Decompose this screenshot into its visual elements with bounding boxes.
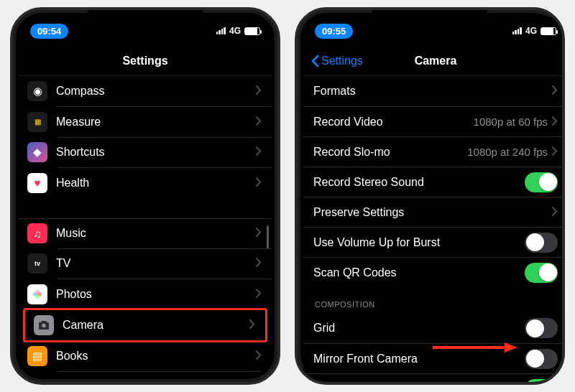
camera-settings-list[interactable]: Formats Record Video 1080p at 60 fps Rec…	[303, 76, 565, 385]
row-grid[interactable]: Grid	[303, 313, 565, 343]
row-value: 1080p at 240 fps	[467, 146, 548, 158]
row-label: Record Video	[313, 116, 474, 129]
status-indicators: 4G	[512, 26, 556, 36]
chevron-right-icon	[256, 85, 262, 98]
svg-point-5	[42, 324, 46, 328]
toggle-mirror-front-camera[interactable]	[525, 349, 558, 369]
section-header-composition: COMPOSITION	[303, 287, 565, 313]
settings-list[interactable]: ◉ Compass ▦ Measure ◆ Shortcuts ♥ Health	[19, 76, 272, 376]
highlight-camera-row: Camera	[23, 308, 267, 342]
row-label: Record Slo-mo	[313, 146, 467, 159]
row-mirror-front-camera[interactable]: Mirror Front Camera	[303, 343, 565, 373]
row-label: Camera	[63, 319, 249, 332]
shortcuts-icon: ◆	[27, 142, 47, 162]
chevron-right-icon	[256, 227, 262, 240]
network-label: 4G	[525, 26, 537, 36]
row-volume-burst[interactable]: Use Volume Up for Burst	[303, 227, 565, 257]
toggle-volume-burst[interactable]	[525, 233, 558, 253]
settings-row-measure[interactable]: ▦ Measure	[19, 107, 272, 137]
settings-row-books[interactable]: ▤ Books	[19, 341, 272, 371]
nav-bar: Settings Camera	[303, 46, 565, 76]
row-preserve-settings[interactable]: Preserve Settings	[303, 197, 565, 227]
row-value: 1080p at 60 fps	[474, 116, 548, 128]
row-label: Record Stereo Sound	[313, 176, 525, 189]
health-icon: ♥	[27, 173, 47, 193]
settings-row-music[interactable]: ♫ Music	[19, 218, 272, 248]
settings-row-photos[interactable]: Photos	[19, 279, 272, 309]
scroll-indicator[interactable]	[267, 225, 269, 248]
row-label: Measure	[56, 116, 256, 129]
chevron-right-icon	[256, 116, 262, 129]
chevron-right-icon	[256, 177, 262, 190]
music-icon: ♫	[27, 223, 47, 243]
tv-icon: tv	[27, 253, 47, 274]
notch	[372, 10, 487, 29]
measure-icon: ▦	[27, 112, 47, 132]
nav-bar: Settings	[19, 46, 272, 76]
battery-icon	[540, 27, 556, 35]
page-title: Settings	[122, 55, 167, 67]
network-label: 4G	[229, 26, 241, 36]
screen-camera: 09:55 4G Settings Camera Formats Record …	[303, 16, 565, 385]
row-label: Grid	[313, 322, 525, 335]
status-indicators: 4G	[216, 26, 260, 36]
chevron-left-icon	[310, 55, 319, 67]
toggle-view-outside-frame[interactable]	[525, 379, 558, 386]
signal-icon	[216, 27, 226, 34]
row-label: Use Volume Up for Burst	[313, 236, 525, 249]
row-record-video[interactable]: Record Video 1080p at 60 fps	[303, 106, 565, 136]
chevron-right-icon	[249, 319, 255, 332]
phone-settings: 09:54 4G Settings ◉ Compass ▦ Measure	[10, 7, 280, 385]
books-icon: ▤	[27, 346, 47, 366]
row-label: Scan QR Codes	[313, 266, 525, 279]
toggle-grid[interactable]	[525, 318, 558, 338]
row-label: Mirror Front Camera	[313, 353, 525, 365]
svg-point-4	[35, 290, 40, 294]
signal-icon	[512, 27, 522, 34]
chevron-right-icon	[552, 146, 558, 159]
page-title: Camera	[415, 55, 457, 67]
toggle-scan-qr[interactable]	[525, 263, 558, 283]
settings-row-camera[interactable]: Camera	[25, 310, 265, 340]
toggle-stereo-sound[interactable]	[525, 172, 558, 192]
photos-icon	[27, 284, 47, 304]
chevron-right-icon	[256, 257, 262, 270]
section-divider	[19, 198, 272, 218]
row-label: TV	[56, 257, 256, 270]
battery-icon	[244, 27, 260, 35]
settings-row-shortcuts[interactable]: ◆ Shortcuts	[19, 137, 272, 167]
row-label: Photos	[56, 288, 256, 301]
chevron-right-icon	[256, 146, 262, 159]
row-label: Books	[56, 350, 256, 363]
phone-camera-settings: 09:55 4G Settings Camera Formats Record …	[295, 7, 565, 385]
status-time: 09:54	[30, 24, 68, 39]
settings-row-podcasts[interactable]: ◉ Podcasts	[19, 371, 272, 376]
settings-row-tv[interactable]: tv TV	[19, 248, 272, 279]
chevron-right-icon	[256, 288, 262, 301]
chevron-right-icon	[552, 85, 558, 98]
settings-row-health[interactable]: ♥ Health	[19, 168, 272, 198]
chevron-right-icon	[552, 116, 558, 129]
row-view-outside-frame[interactable]: View Outside the Frame	[303, 373, 565, 385]
notch	[88, 10, 203, 29]
camera-icon	[34, 315, 54, 335]
row-label: Preserve Settings	[313, 206, 552, 219]
row-record-slomo[interactable]: Record Slo-mo 1080p at 240 fps	[303, 136, 565, 167]
back-button[interactable]: Settings	[310, 55, 363, 67]
settings-row-compass[interactable]: ◉ Compass	[19, 76, 272, 106]
row-label: Formats	[313, 85, 552, 98]
row-stereo-sound[interactable]: Record Stereo Sound	[303, 167, 565, 197]
back-label: Settings	[321, 55, 363, 67]
svg-point-3	[35, 294, 40, 299]
row-label: Compass	[56, 85, 256, 98]
compass-icon: ◉	[27, 81, 47, 101]
row-label: Music	[56, 227, 256, 240]
chevron-right-icon	[552, 206, 558, 219]
chevron-right-icon	[256, 350, 262, 363]
row-formats[interactable]: Formats	[303, 76, 565, 106]
row-scan-qr[interactable]: Scan QR Codes	[303, 257, 565, 287]
row-label: Health	[56, 177, 256, 190]
screen-settings: 09:54 4G Settings ◉ Compass ▦ Measure	[19, 16, 272, 376]
status-time: 09:55	[315, 24, 353, 39]
row-label: Shortcuts	[56, 146, 256, 159]
